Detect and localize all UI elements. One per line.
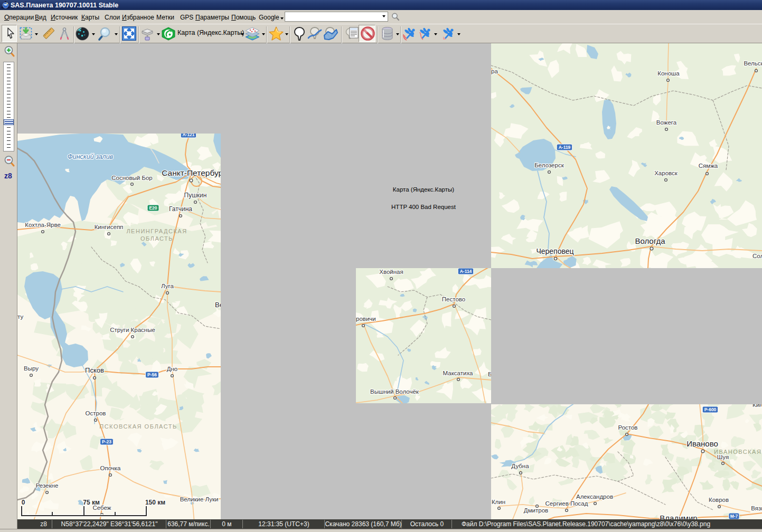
svg-text:Дмитров: Дмитров bbox=[524, 507, 548, 514]
svg-text:Максатиха: Максатиха bbox=[443, 370, 473, 376]
svg-text:М-7: М-7 bbox=[730, 514, 738, 519]
svg-text:Псков: Псков bbox=[85, 366, 104, 374]
svg-text:Иваново: Иваново bbox=[686, 439, 718, 448]
svg-text:А-121: А-121 bbox=[182, 134, 194, 137]
svg-text:Вязн: Вязн bbox=[751, 505, 762, 511]
svg-text:ра: ра bbox=[491, 68, 498, 74]
svg-text:Череповец: Череповец bbox=[536, 247, 573, 255]
svg-text:Шуя: Шуя bbox=[717, 454, 729, 460]
svg-text:Пушкин: Пушкин bbox=[184, 192, 207, 199]
svg-text:Кохтла-Ярве: Кохтла-Ярве bbox=[25, 222, 61, 228]
svg-text:Р-600: Р-600 bbox=[704, 407, 717, 412]
svg-text:ЛЕНИНГРАДСКАЯ: ЛЕНИНГРАДСКАЯ bbox=[126, 228, 187, 234]
svg-text:Александров: Александров bbox=[576, 493, 613, 500]
svg-text:Ковров: Ковров bbox=[709, 497, 729, 503]
svg-text:Струги Красные: Струги Красные bbox=[110, 327, 155, 333]
svg-text:Резекне: Резекне bbox=[36, 482, 59, 489]
svg-text:А-114: А-114 bbox=[460, 269, 472, 274]
svg-text:Сямжа: Сямжа bbox=[699, 163, 718, 169]
svg-text:ту: ту bbox=[17, 314, 23, 320]
svg-text:Кингисепп: Кингисепп bbox=[95, 224, 124, 230]
svg-text:0: 0 bbox=[22, 499, 25, 506]
svg-text:Санкт-Петербург: Санкт-Петербург bbox=[162, 168, 221, 177]
svg-text:Опочка: Опочка bbox=[100, 465, 121, 471]
svg-text:Сол: Сол bbox=[752, 253, 762, 259]
svg-text:Сосновый Бор: Сосновый Бор bbox=[111, 175, 153, 181]
svg-text:Дубна: Дубна bbox=[511, 463, 529, 469]
svg-text:Коноша: Коноша bbox=[657, 70, 680, 77]
svg-text:Великие Луки: Великие Луки bbox=[180, 496, 219, 502]
svg-text:Ростов: Ростов bbox=[618, 424, 638, 431]
svg-text:E20: E20 bbox=[149, 205, 157, 211]
svg-text:Вели: Вели bbox=[215, 301, 221, 309]
svg-text:Вологда: Вологда bbox=[635, 236, 665, 245]
svg-text:150 км: 150 км bbox=[145, 499, 165, 506]
svg-text:Выру: Выру bbox=[24, 365, 39, 372]
svg-text:Р-56: Р-56 bbox=[147, 372, 157, 377]
svg-text:Пестово: Пестово bbox=[442, 296, 465, 302]
svg-text:Луга: Луга bbox=[161, 283, 174, 289]
svg-text:Вельск: Вельск bbox=[744, 60, 762, 66]
svg-text:ОБЛАСТЬ: ОБЛАСТЬ bbox=[140, 235, 173, 242]
svg-text:А-119: А-119 bbox=[559, 145, 571, 150]
svg-text:Остров: Остров bbox=[86, 410, 106, 416]
svg-text:Б: Б bbox=[488, 371, 491, 377]
svg-text:Вышний Волочёк: Вышний Волочёк bbox=[370, 388, 419, 395]
svg-text:Хвойная: Хвойная bbox=[379, 269, 403, 275]
svg-text:Кине: Кине bbox=[752, 404, 762, 408]
svg-text:ПСКОВСКАЯ ОБЛАСТЬ: ПСКОВСКАЯ ОБЛАСТЬ bbox=[99, 423, 177, 430]
svg-text:Гатчина: Гатчина bbox=[169, 205, 192, 213]
svg-text:75 км: 75 км bbox=[83, 499, 100, 506]
svg-text:Клин: Клин bbox=[492, 499, 505, 505]
svg-text:Белозерск: Белозерск bbox=[534, 162, 564, 168]
svg-text:Сергиев Посад: Сергиев Посад bbox=[545, 500, 588, 507]
svg-text:ровичи: ровичи bbox=[356, 316, 376, 322]
svg-text:Вожега: Вожега bbox=[656, 119, 677, 126]
svg-text:Р-23: Р-23 bbox=[102, 439, 111, 444]
svg-text:Харовск: Харовск bbox=[654, 170, 678, 176]
svg-text:Дно: Дно bbox=[167, 366, 178, 372]
svg-text:Финский залив: Финский залив bbox=[68, 153, 114, 160]
